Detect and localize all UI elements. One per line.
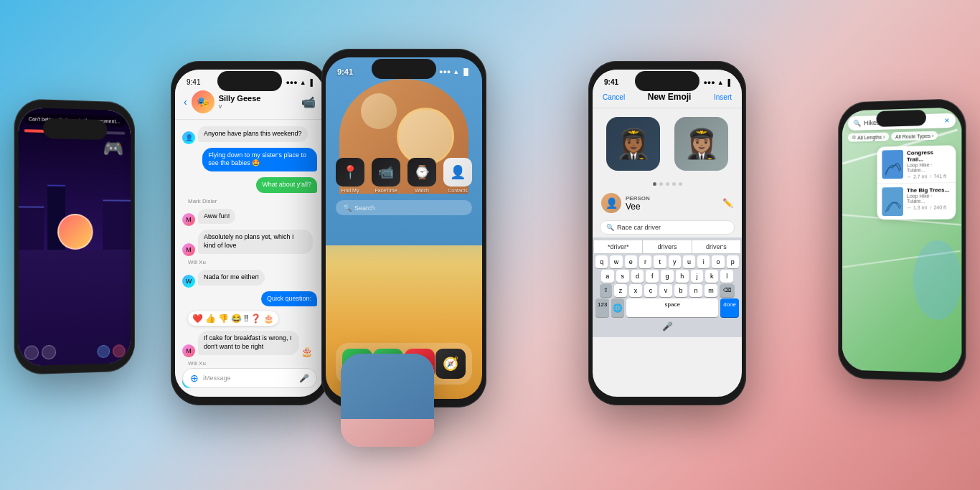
tapback-exclaim[interactable]: ‼️ [244,314,248,324]
app-contacts[interactable]: 👤 Contacts [443,158,472,193]
facetime-button[interactable]: 📹 [301,95,316,109]
ios-app-icon: 18.2 [341,354,434,447]
message-bubble-8: If cake for breakfast is wrong, I don't … [198,331,299,354]
key-s[interactable]: s [616,270,629,283]
emoji-insert-button[interactable]: Insert [714,93,732,101]
key-m[interactable]: m [705,284,717,297]
key-g[interactable]: g [661,270,674,283]
map-result-2-name: The Big Trees... [907,187,951,194]
key-z[interactable]: z [614,284,627,297]
emoji-phone-notch [635,71,699,91]
key-delete[interactable]: ⌫ [720,284,735,297]
filter-lengths-text: All Lengths [857,134,882,140]
key-l[interactable]: l [720,270,733,283]
app-find-my[interactable]: 📍 Find My [336,158,364,193]
dot-2 [659,182,663,186]
mic-icon[interactable]: 🎤 [662,321,673,331]
key-numbers-button[interactable]: 123 [595,298,609,317]
mic-button[interactable]: 🎤 [299,374,309,383]
key-k[interactable]: k [705,270,718,283]
group-avatar: 🎭 [192,90,215,113]
sender-label-will-2: Will Xu [188,360,317,367]
sender-label-mark: Mark Disler [188,198,317,204]
maps-phone-notch [877,110,926,127]
key-v[interactable]: v [659,284,672,297]
key-f[interactable]: f [646,270,659,283]
message-bubble-4: Aww fun! [198,209,235,225]
watch-label: Watch [415,188,429,193]
emoji-search-row: 🔍 Race car driver [593,217,742,237]
key-t[interactable]: t [654,255,666,268]
key-r[interactable]: r [639,255,651,268]
plus-button[interactable]: ⊕ [190,372,199,384]
key-done-button[interactable]: done [720,298,739,317]
person-label: PERSON [626,195,650,202]
key-d[interactable]: d [631,270,644,283]
message-row-7: Quick question: [182,289,317,309]
filter-lengths[interactable]: ⊙ All Lengths › [848,132,889,141]
tapback-row: ❤️ 👍 👎 😂 ‼️ ❓ 🎂 [188,311,278,326]
filter-routes-text: All Route Types [895,133,930,138]
homescreen-signal: ●●● [439,68,451,75]
message-bubble-5: Absolutely no plans yet, which I kind of… [198,230,313,253]
avatar-mark-3: M [182,344,195,357]
dot-3 [666,182,669,186]
edit-button[interactable]: ✏️ [722,198,733,208]
key-u[interactable]: u [683,255,695,268]
key-shift[interactable]: ⇧ [600,284,612,297]
keyboard-mic-row: 🎤 [594,319,740,334]
filter-routes[interactable]: All Route Types › [891,131,938,141]
maps-search-clear[interactable]: ✕ [944,117,950,124]
suggestion-3[interactable]: driver's [692,240,740,253]
key-globe[interactable]: 🌐 [611,298,624,317]
key-q[interactable]: q [595,255,608,268]
key-x[interactable]: x [629,284,642,297]
tapback-cake[interactable]: 🎂 [263,314,274,324]
emoji-search-bar[interactable]: 🔍 Race car driver [600,220,735,235]
key-i[interactable]: i [697,255,710,268]
key-a[interactable]: a [601,270,614,283]
app-facetime[interactable]: 📹 FaceTime [372,158,400,193]
emoji-cancel-button[interactable]: Cancel [603,93,625,101]
person-name: Vee [626,202,650,212]
messages-signal: ●●● [286,79,297,86]
key-e[interactable]: e [625,255,637,268]
back-button[interactable]: ‹ [184,96,187,108]
messages-group-subtitle: v [219,103,261,110]
messages-body[interactable]: 👤 Anyone have plans this weekend? Flying… [175,120,324,390]
messages-header: ‹ 🎭 Silly Geese v 📹 [175,88,324,120]
key-h[interactable]: h [676,270,689,283]
tapback-thumbsup[interactable]: 👍 [205,314,216,324]
emoji-pagination-dots [593,179,742,189]
key-p[interactable]: p [727,255,739,268]
tapback-question[interactable]: ❓ [250,314,261,324]
suggestion-1[interactable]: *driver* [594,240,643,253]
key-o[interactable]: o [712,255,724,268]
tapback-heart[interactable]: ❤️ [192,314,203,324]
emoji-person-row: 👤 PERSON Vee ✏️ [593,189,742,217]
avatar-mark-2: M [182,243,195,256]
map-result-1[interactable]: Congress Trail... Loop Hike · Tulare... … [877,145,956,184]
homescreen-search-bar[interactable]: 🔍 Search [336,200,472,215]
dock-compass[interactable]: 🧭 [435,349,466,379]
homescreen-time: 9:41 [337,67,353,76]
tapback-thumbsdown[interactable]: 👎 [218,314,229,324]
message-row-8: M If cake for breakfast is wrong, I don'… [182,329,317,357]
key-w[interactable]: w [610,255,622,268]
key-y[interactable]: y [669,255,681,268]
message-input-bar[interactable]: ⊕ iMessage 🎤 [182,368,317,388]
find-my-label: Find My [341,188,359,193]
map-result-1-info: Congress Trail... Loop Hike · Tulare... … [907,149,951,179]
key-j[interactable]: j [691,270,704,283]
compass-icon: 🧭 [435,349,466,379]
suggestion-2[interactable]: drivers [643,240,692,253]
map-result-2[interactable]: The Big Trees... Loop Hike · Tulare... ↔… [877,183,956,220]
messages-time: 9:41 [187,78,200,86]
keyboard-row-4: 123 🌐 space done [595,298,739,317]
key-c[interactable]: c [644,284,657,297]
key-space-button[interactable]: space [626,298,718,317]
key-n[interactable]: n [689,284,702,297]
key-b[interactable]: b [674,284,687,297]
app-watch[interactable]: ⌚ Watch [407,158,436,193]
tapback-haha[interactable]: 😂 [231,314,242,324]
